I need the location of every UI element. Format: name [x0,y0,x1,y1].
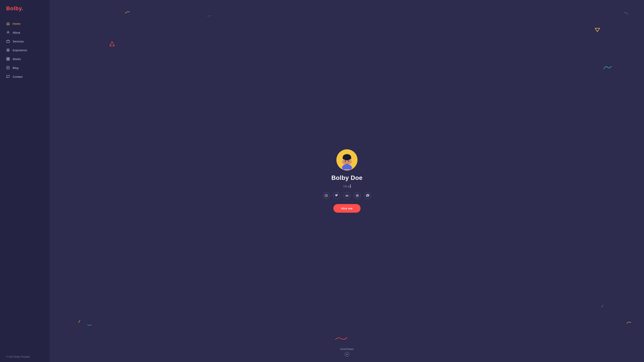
svg-point-22 [349,162,350,163]
svg-rect-4 [7,59,8,60]
deco-line-top-mid [207,15,211,17]
instagram-icon[interactable] [323,192,330,199]
sidebar-item-works[interactable]: Works [0,54,50,63]
svg-point-27 [327,195,327,195]
svg-rect-2 [7,58,8,59]
about-nav-label: About [13,31,20,34]
svg-point-23 [342,161,344,163]
deco-triangle-left [110,41,115,48]
hero-subtitle: I'm a [343,184,350,188]
deco-wave-bottom-center [334,336,348,342]
copyright-text: © 2020 Bolby Template. [6,356,30,358]
logo-text: Bolby [6,5,22,11]
svg-point-21 [343,162,345,163]
deco-wave-right [603,64,612,71]
scroll-mouse-icon [345,352,349,357]
sidebar-item-about[interactable]: About [0,28,50,37]
works-nav-icon [6,57,10,61]
svg-point-18 [346,161,346,161]
blog-nav-label: Blog [13,66,18,70]
sidebar-item-services[interactable]: Services [0,37,50,46]
deco-arc-bottom-left [86,320,92,326]
dribbble-icon[interactable] [354,192,361,199]
scroll-down-label: Scroll Down [340,348,354,350]
main-content: Bolby Doe I'm a Bē [50,0,644,362]
svg-point-24 [350,161,352,163]
deco-triangle-right [595,28,600,33]
avatar [336,149,358,170]
behance-icon[interactable]: Bē [344,192,350,199]
nav-list: HomeAboutServicesExperienceWorksBlogCont… [0,19,50,81]
about-nav-icon [6,30,10,34]
logo: Bolby. [0,5,50,19]
svg-rect-1 [7,40,10,42]
logo-dot: . [22,5,24,11]
sidebar-item-experience[interactable]: Experience [0,46,50,54]
services-nav-label: Services [13,40,24,43]
svg-rect-6 [7,66,10,69]
svg-rect-5 [8,59,10,60]
svg-point-0 [8,31,9,32]
svg-point-17 [348,160,349,162]
svg-point-16 [345,160,346,162]
typing-cursor [350,184,350,188]
svg-marker-10 [595,28,600,32]
svg-rect-25 [325,194,327,197]
scroll-dot [346,354,347,355]
sidebar-footer: © 2020 Bolby Template. [0,356,50,358]
sidebar-item-home[interactable]: Home [0,19,50,28]
sidebar-item-contact[interactable]: Contact [0,72,50,81]
home-nav-icon [6,22,10,26]
deco-line-bottom-right [601,305,603,308]
blog-nav-icon [6,66,10,70]
svg-point-19 [348,161,349,161]
hero-section: Bolby Doe I'm a Bē [323,149,371,213]
deco-arc-top-right [621,12,630,20]
scroll-down: Scroll Down [340,348,354,357]
avatar-illustration [337,150,356,170]
svg-marker-9 [110,42,114,46]
hire-me-button[interactable]: Hire me [333,204,361,213]
subtitle-text: I'm a [343,185,350,188]
svg-point-20 [346,162,347,163]
contact-nav-icon [6,75,10,78]
services-nav-icon [6,39,10,43]
svg-point-26 [326,195,327,196]
experience-nav-icon [6,48,10,52]
contact-nav-label: Contact [13,75,23,78]
pinterest-icon[interactable] [364,192,371,199]
deco-line-bottom-left [78,320,80,323]
experience-nav-label: Experience [13,48,27,52]
svg-rect-14 [343,157,351,159]
works-nav-label: Works [13,58,21,61]
social-icons: Bē [323,192,371,199]
deco-arc-bottom-right [626,321,633,329]
sidebar: Bolby. HomeAboutServicesExperienceWorksB… [0,0,50,362]
sidebar-item-blog[interactable]: Blog [0,63,50,72]
hero-name: Bolby Doe [332,174,363,182]
deco-arc-top-center [124,10,132,20]
twitter-icon[interactable] [333,192,340,199]
home-nav-label: Home [13,22,20,25]
svg-rect-3 [8,58,10,59]
